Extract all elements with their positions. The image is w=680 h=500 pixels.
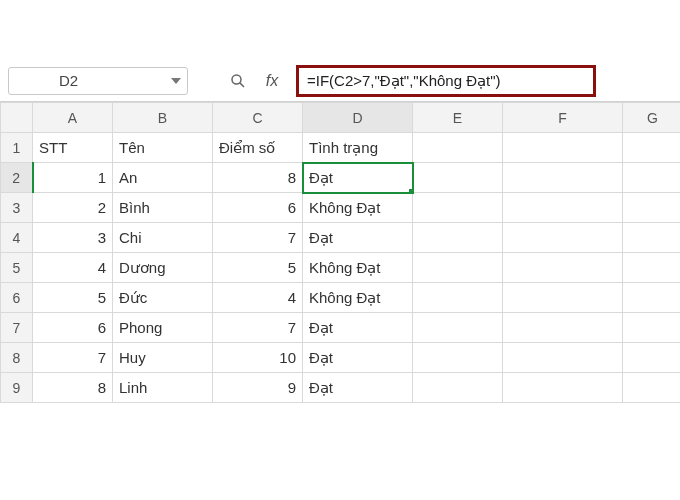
cell-B4[interactable]: Chi [113, 223, 213, 253]
cell-C7[interactable]: 7 [213, 313, 303, 343]
cell-A8[interactable]: 7 [33, 343, 113, 373]
cell-B8[interactable]: Huy [113, 343, 213, 373]
cell-A9[interactable]: 8 [33, 373, 113, 403]
cell-F4[interactable] [503, 223, 623, 253]
formula-text: =IF(C2>7,"Đạt","Không Đạt") [307, 72, 501, 90]
cell-A4[interactable]: 3 [33, 223, 113, 253]
cell-E7[interactable] [413, 313, 503, 343]
row-8: 8 7 Huy 10 Đạt [1, 343, 681, 373]
cell-E5[interactable] [413, 253, 503, 283]
cell-B1[interactable]: Tên [113, 133, 213, 163]
cell-F9[interactable] [503, 373, 623, 403]
cell-D7[interactable]: Đạt [303, 313, 413, 343]
row-6: 6 5 Đức 4 Không Đạt [1, 283, 681, 313]
cell-E3[interactable] [413, 193, 503, 223]
cell-C4[interactable]: 7 [213, 223, 303, 253]
cell-C5[interactable]: 5 [213, 253, 303, 283]
cell-A5[interactable]: 4 [33, 253, 113, 283]
spreadsheet-grid[interactable]: A B C D E F G 1 STT Tên Điểm số Tình trạ… [0, 102, 680, 403]
svg-point-0 [232, 75, 241, 84]
cell-A2[interactable]: 1 [33, 163, 113, 193]
cell-G5[interactable] [623, 253, 681, 283]
fx-icon[interactable]: fx [258, 67, 286, 95]
col-header-D[interactable]: D [303, 103, 413, 133]
cell-G6[interactable] [623, 283, 681, 313]
cell-D9[interactable]: Đạt [303, 373, 413, 403]
cell-E6[interactable] [413, 283, 503, 313]
cell-C6[interactable]: 4 [213, 283, 303, 313]
row-header-2[interactable]: 2 [1, 163, 33, 193]
cell-C9[interactable]: 9 [213, 373, 303, 403]
row-4: 4 3 Chi 7 Đạt [1, 223, 681, 253]
row-header-1[interactable]: 1 [1, 133, 33, 163]
cell-B3[interactable]: Bình [113, 193, 213, 223]
row-2: 2 1 An 8 Đạt [1, 163, 681, 193]
cell-G7[interactable] [623, 313, 681, 343]
col-header-F[interactable]: F [503, 103, 623, 133]
cell-C3[interactable]: 6 [213, 193, 303, 223]
cell-E4[interactable] [413, 223, 503, 253]
cell-D5[interactable]: Không Đạt [303, 253, 413, 283]
cell-B6[interactable]: Đức [113, 283, 213, 313]
cell-F1[interactable] [503, 133, 623, 163]
chevron-down-icon [171, 78, 181, 84]
row-header-9[interactable]: 9 [1, 373, 33, 403]
row-5: 5 4 Dương 5 Không Đạt [1, 253, 681, 283]
cell-D1[interactable]: Tình trạng [303, 133, 413, 163]
row-header-5[interactable]: 5 [1, 253, 33, 283]
cell-B2[interactable]: An [113, 163, 213, 193]
row-3: 3 2 Bình 6 Không Đạt [1, 193, 681, 223]
cell-D6[interactable]: Không Đạt [303, 283, 413, 313]
row-header-4[interactable]: 4 [1, 223, 33, 253]
row-header-7[interactable]: 7 [1, 313, 33, 343]
cell-A1[interactable]: STT [33, 133, 113, 163]
cell-G3[interactable] [623, 193, 681, 223]
cell-B9[interactable]: Linh [113, 373, 213, 403]
cell-D4[interactable]: Đạt [303, 223, 413, 253]
cell-E8[interactable] [413, 343, 503, 373]
formula-input[interactable]: =IF(C2>7,"Đạt","Không Đạt") [296, 65, 596, 97]
cell-A6[interactable]: 5 [33, 283, 113, 313]
cell-G4[interactable] [623, 223, 681, 253]
col-header-B[interactable]: B [113, 103, 213, 133]
cell-G2[interactable] [623, 163, 681, 193]
row-9: 9 8 Linh 9 Đạt [1, 373, 681, 403]
cell-D8[interactable]: Đạt [303, 343, 413, 373]
cell-F7[interactable] [503, 313, 623, 343]
row-header-8[interactable]: 8 [1, 343, 33, 373]
cell-C1[interactable]: Điểm số [213, 133, 303, 163]
cell-E1[interactable] [413, 133, 503, 163]
cell-E9[interactable] [413, 373, 503, 403]
cell-G9[interactable] [623, 373, 681, 403]
cell-F5[interactable] [503, 253, 623, 283]
cell-F8[interactable] [503, 343, 623, 373]
col-header-E[interactable]: E [413, 103, 503, 133]
cell-B7[interactable]: Phong [113, 313, 213, 343]
cell-D2[interactable]: Đạt [303, 163, 413, 193]
row-header-6[interactable]: 6 [1, 283, 33, 313]
cell-G8[interactable] [623, 343, 681, 373]
cell-G1[interactable] [623, 133, 681, 163]
cell-F2[interactable] [503, 163, 623, 193]
search-icon[interactable] [224, 67, 252, 95]
cell-B5[interactable]: Dương [113, 253, 213, 283]
formula-bar: D2 fx =IF(C2>7,"Đạt","Không Đạt") [0, 60, 680, 102]
row-1: 1 STT Tên Điểm số Tình trạng [1, 133, 681, 163]
select-all-corner[interactable] [1, 103, 33, 133]
cell-D3[interactable]: Không Đạt [303, 193, 413, 223]
cell-E2[interactable] [413, 163, 503, 193]
cell-A3[interactable]: 2 [33, 193, 113, 223]
row-7: 7 6 Phong 7 Đạt [1, 313, 681, 343]
cell-C8[interactable]: 10 [213, 343, 303, 373]
column-header-row: A B C D E F G [1, 103, 681, 133]
cell-F6[interactable] [503, 283, 623, 313]
cell-C2[interactable]: 8 [213, 163, 303, 193]
cell-F3[interactable] [503, 193, 623, 223]
row-header-3[interactable]: 3 [1, 193, 33, 223]
col-header-G[interactable]: G [623, 103, 681, 133]
col-header-C[interactable]: C [213, 103, 303, 133]
col-header-A[interactable]: A [33, 103, 113, 133]
name-box-value: D2 [59, 72, 78, 89]
name-box[interactable]: D2 [8, 67, 188, 95]
cell-A7[interactable]: 6 [33, 313, 113, 343]
